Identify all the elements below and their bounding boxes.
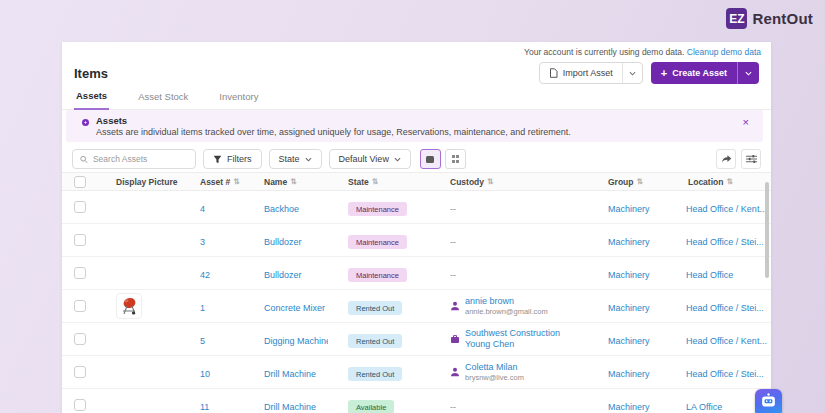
row-checkbox[interactable] bbox=[74, 300, 86, 312]
export-button[interactable] bbox=[716, 149, 736, 169]
cleanup-demo-data-link[interactable]: Cleanup demo data bbox=[687, 47, 761, 57]
custody-business-link[interactable]: Southwest Construction bbox=[465, 328, 560, 339]
table-row: 4 Backhoe Maintenance -- Machinery Head … bbox=[62, 191, 771, 224]
custody-person-link[interactable]: Young Chen bbox=[465, 339, 560, 350]
asset-name-link[interactable]: Bulldozer bbox=[264, 237, 302, 247]
row-checkbox[interactable] bbox=[74, 333, 86, 345]
share-arrow-icon bbox=[721, 154, 732, 164]
vertical-scrollbar[interactable] bbox=[765, 182, 769, 278]
state-badge: Rented Out bbox=[348, 367, 402, 381]
asset-number-link[interactable]: 1 bbox=[200, 303, 205, 313]
location-link[interactable]: Head Office / Stei... bbox=[686, 369, 764, 379]
bullet-icon bbox=[82, 119, 89, 126]
logo-ez-icon: EZ bbox=[726, 8, 747, 29]
group-link[interactable]: Machinery bbox=[608, 369, 650, 379]
chat-widget-button[interactable] bbox=[755, 389, 782, 413]
asset-number-link[interactable]: 11 bbox=[200, 402, 209, 412]
import-asset-dropdown[interactable] bbox=[622, 63, 642, 83]
tab-asset-stock[interactable]: Asset Stock bbox=[136, 91, 190, 109]
toolbar-right-icons bbox=[716, 149, 761, 169]
custody-person-link[interactable]: annie brown bbox=[465, 296, 548, 307]
custody-person-link[interactable]: Coletta Milan bbox=[465, 362, 524, 373]
location-link[interactable]: Head Office / Stei... bbox=[686, 303, 764, 313]
tab-inventory[interactable]: Inventory bbox=[217, 91, 260, 109]
group-link[interactable]: Machinery bbox=[608, 303, 650, 313]
filters-label: Filters bbox=[227, 154, 252, 164]
sort-icon[interactable]: ⇅ bbox=[290, 177, 296, 186]
create-asset-dropdown[interactable] bbox=[737, 62, 759, 84]
card-view-toggle[interactable] bbox=[420, 149, 441, 169]
state-badge: Maintenance bbox=[348, 202, 407, 216]
row-checkbox[interactable] bbox=[74, 201, 86, 213]
asset-number-link[interactable]: 3 bbox=[200, 237, 205, 247]
asset-number-link[interactable]: 42 bbox=[200, 270, 210, 280]
create-asset-main[interactable]: + Create Asset bbox=[651, 62, 737, 84]
concrete-mixer-photo[interactable] bbox=[116, 293, 142, 319]
table-row: 3 Bulldozer Maintenance -- Machinery Hea… bbox=[62, 224, 771, 257]
asset-name-link[interactable]: Bulldozer bbox=[264, 270, 302, 280]
search-input[interactable] bbox=[93, 154, 188, 164]
col-group: Group⇅ bbox=[588, 177, 668, 187]
filters-button[interactable]: Filters bbox=[203, 149, 262, 169]
sort-icon[interactable]: ⇅ bbox=[233, 177, 239, 186]
location-link[interactable]: Head Office / Kent... bbox=[686, 336, 767, 346]
asset-name-link[interactable]: Digging Machine bbox=[264, 336, 328, 346]
card-view-icon bbox=[426, 156, 434, 163]
person-icon bbox=[450, 367, 460, 377]
items-tabs: Assets Asset Stock Inventory bbox=[62, 88, 771, 110]
sort-icon[interactable]: ⇅ bbox=[372, 177, 378, 186]
select-all-checkbox[interactable] bbox=[74, 176, 86, 188]
group-link[interactable]: Machinery bbox=[608, 237, 650, 247]
asset-name-link[interactable]: Backhoe bbox=[264, 204, 299, 214]
asset-name-link[interactable]: Drill Machine bbox=[264, 369, 316, 379]
header-actions: Import Asset + Create Asset bbox=[539, 62, 759, 84]
asset-name-link[interactable]: Concrete Mixer bbox=[264, 303, 325, 313]
person-icon bbox=[450, 301, 460, 311]
tab-assets[interactable]: Assets bbox=[74, 90, 109, 110]
sliders-icon bbox=[746, 154, 757, 164]
location-link[interactable]: Head Office bbox=[686, 270, 733, 280]
sort-icon[interactable]: ⇅ bbox=[726, 177, 732, 186]
briefcase-icon bbox=[450, 334, 460, 344]
chevron-down-icon bbox=[394, 157, 401, 162]
ezrentout-items-page: EZ RentOut Your account is currently usi… bbox=[0, 0, 825, 413]
row-checkbox[interactable] bbox=[74, 399, 86, 411]
row-checkbox[interactable] bbox=[74, 234, 86, 246]
logo-name: RentOut bbox=[752, 10, 813, 27]
default-view-dropdown[interactable]: Default View bbox=[329, 149, 411, 169]
chevron-down-icon bbox=[629, 71, 636, 76]
demo-data-notice: Your account is currently using demo dat… bbox=[62, 42, 771, 58]
column-settings-button[interactable] bbox=[741, 149, 761, 169]
location-link[interactable]: LA Office bbox=[686, 402, 722, 412]
group-link[interactable]: Machinery bbox=[608, 270, 650, 280]
col-asset-number: Asset #⇅ bbox=[180, 177, 244, 187]
sort-icon[interactable]: ⇅ bbox=[637, 177, 643, 186]
asset-number-link[interactable]: 5 bbox=[200, 336, 205, 346]
asset-number-link[interactable]: 4 bbox=[200, 204, 205, 214]
row-checkbox[interactable] bbox=[74, 267, 86, 279]
asset-name-link[interactable]: Drill Machine bbox=[264, 402, 316, 412]
col-name: Name⇅ bbox=[244, 177, 328, 187]
default-view-label: Default View bbox=[339, 154, 389, 164]
state-label: State bbox=[279, 154, 300, 164]
import-asset-main[interactable]: Import Asset bbox=[540, 63, 622, 83]
col-custody: Custody⇅ bbox=[430, 177, 588, 187]
sort-icon[interactable]: ⇅ bbox=[487, 177, 493, 186]
grid-view-toggle[interactable] bbox=[445, 149, 466, 169]
close-icon[interactable]: × bbox=[743, 117, 749, 128]
asset-number-link[interactable]: 10 bbox=[200, 369, 210, 379]
location-link[interactable]: Head Office / Stei... bbox=[686, 237, 764, 247]
demo-notice-text: Your account is currently using demo dat… bbox=[524, 47, 684, 57]
location-link[interactable]: Head Office / Kent... bbox=[686, 204, 767, 214]
import-asset-button[interactable]: Import Asset bbox=[539, 62, 643, 84]
group-link[interactable]: Machinery bbox=[608, 204, 650, 214]
ezrentout-logo: EZ RentOut bbox=[726, 8, 813, 29]
page-title: Items bbox=[74, 66, 108, 81]
import-asset-label: Import Asset bbox=[563, 68, 613, 78]
state-dropdown[interactable]: State bbox=[269, 149, 322, 169]
group-link[interactable]: Machinery bbox=[608, 402, 650, 412]
group-link[interactable]: Machinery bbox=[608, 336, 650, 346]
create-asset-button[interactable]: + Create Asset bbox=[651, 62, 759, 84]
table-row: 42 Bulldozer Maintenance -- Machinery He… bbox=[62, 257, 771, 290]
row-checkbox[interactable] bbox=[74, 366, 86, 378]
